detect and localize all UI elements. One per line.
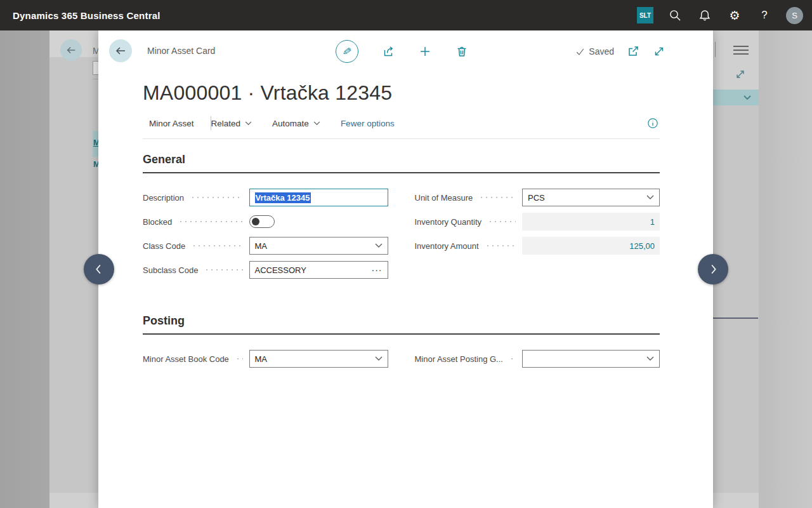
posting-heading[interactable]: Posting [143, 314, 660, 335]
chevron-down-icon[interactable] [646, 356, 654, 361]
blocked-label: Blocked [143, 217, 172, 227]
menu-automate[interactable]: Automate [272, 119, 320, 128]
description-input[interactable]: Vrtačka 12345 [249, 189, 388, 206]
blocked-field-row: Blocked [143, 213, 388, 231]
inventory-amount-value[interactable]: 125,00 [522, 237, 660, 255]
background-vertical-divider [715, 42, 716, 57]
dotted-leader [485, 244, 516, 247]
posting-section: Posting Minor Asset Book Code MA [143, 314, 660, 374]
subclass-code-label: Subclass Code [143, 265, 198, 275]
dotted-leader [178, 220, 242, 223]
new-record-button[interactable] [418, 44, 432, 58]
dotted-leader [488, 220, 516, 223]
background-back-icon [60, 39, 82, 61]
toggle-knob [252, 218, 259, 225]
description-label: Description [143, 193, 184, 203]
card-header: Minor Asset Card ✎ [98, 30, 713, 72]
subclass-code-field-row: Subclass Code ACCESSORY ··· [143, 261, 388, 279]
hamburger-icon [733, 46, 749, 55]
delete-button[interactable] [455, 44, 469, 58]
background-section-line [713, 318, 758, 319]
dotted-leader [192, 244, 242, 247]
inventory-quantity-value[interactable]: 1 [522, 213, 660, 231]
save-status-label: Saved [589, 46, 614, 57]
avatar[interactable]: S [786, 7, 803, 24]
blocked-toggle[interactable] [249, 215, 275, 228]
topbar: Dynamics 365 Business Central SLT ⚙ ? S [0, 0, 812, 30]
dotted-leader [204, 269, 242, 271]
inventory-amount-label: Inventory Amount [415, 241, 479, 251]
previous-record-button[interactable] [84, 254, 114, 284]
unit-of-measure-select[interactable]: PCS [522, 189, 660, 206]
next-record-button[interactable] [698, 254, 728, 284]
background-search-box [93, 61, 98, 75]
share-button[interactable] [381, 44, 395, 58]
background-row-link: M [93, 159, 98, 169]
chevron-down-icon[interactable] [646, 195, 654, 200]
check-icon [575, 47, 585, 57]
description-field-row: Description Vrtačka 12345 [143, 189, 388, 206]
settings-gear-icon[interactable]: ⚙ [726, 7, 743, 23]
environment-badge[interactable]: SLT [637, 7, 653, 23]
posting-group-label: Minor Asset Posting G... [415, 354, 503, 364]
chevron-down-icon [313, 121, 320, 126]
back-button[interactable] [109, 39, 132, 62]
background-teal-bar [713, 90, 759, 105]
pencil-icon: ✎ [342, 44, 353, 58]
book-code-select[interactable]: MA [249, 350, 388, 368]
page-caption: Minor Asset Card [147, 46, 215, 56]
open-in-new-window-button[interactable] [626, 44, 640, 58]
subclass-code-input[interactable]: ACCESSORY ··· [249, 261, 388, 279]
background-row-link: M [93, 138, 98, 147]
screen: Dynamics 365 Business Central SLT ⚙ ? S … [0, 0, 812, 508]
posting-group-select[interactable] [522, 350, 660, 368]
class-code-select[interactable]: MA [249, 237, 388, 255]
topbar-actions: SLT ⚙ ? S [637, 7, 803, 24]
book-code-field-row: Minor Asset Book Code MA [143, 350, 388, 368]
page-backdrop: M M M [0, 30, 812, 508]
inventory-amount-field-row: Inventory Amount 125,00 [415, 237, 660, 255]
search-icon[interactable] [667, 7, 683, 23]
posting-group-field-row: Minor Asset Posting G... [415, 350, 660, 368]
menu-minor-asset[interactable]: Minor Asset [149, 119, 194, 128]
general-section: General Description Vrtačka 12345 Blocke… [143, 153, 660, 285]
class-code-field-row: Class Code MA [143, 237, 388, 255]
chevron-down-icon [245, 121, 252, 126]
dotted-leader [479, 196, 516, 199]
chevron-down-icon[interactable] [375, 356, 383, 361]
inventory-quantity-field-row: Inventory Quantity 1 [415, 213, 660, 231]
chevron-down-icon[interactable] [375, 243, 383, 248]
book-code-label: Minor Asset Book Code [143, 354, 229, 364]
action-menu: Minor Asset Related Automate Fewer optio… [143, 116, 660, 139]
inventory-quantity-label: Inventory Quantity [415, 217, 482, 227]
record-title: MA000001 · Vrtačka 12345 [98, 72, 713, 105]
background-divider [93, 79, 98, 79]
edit-button[interactable]: ✎ [336, 40, 358, 63]
unit-of-measure-field-row: Unit of Measure PCS [415, 189, 660, 206]
class-code-label: Class Code [143, 241, 185, 251]
menu-related[interactable]: Related [211, 119, 252, 128]
save-status: Saved [575, 46, 614, 57]
minor-asset-card: Minor Asset Card ✎ [98, 30, 713, 508]
general-heading[interactable]: General [143, 153, 660, 173]
info-icon[interactable] [647, 117, 658, 129]
dotted-leader [190, 196, 242, 199]
dotted-leader [509, 358, 516, 360]
help-icon[interactable]: ? [756, 7, 773, 23]
dotted-leader [235, 358, 243, 360]
notifications-icon[interactable] [697, 7, 713, 23]
expand-button[interactable] [652, 44, 666, 58]
unit-of-measure-label: Unit of Measure [415, 193, 473, 203]
menu-fewer-options[interactable]: Fewer options [341, 119, 395, 128]
app-title: Dynamics 365 Business Central [13, 10, 160, 21]
description-selected-text: Vrtačka 12345 [255, 192, 311, 203]
background-expand-icon [735, 69, 746, 83]
